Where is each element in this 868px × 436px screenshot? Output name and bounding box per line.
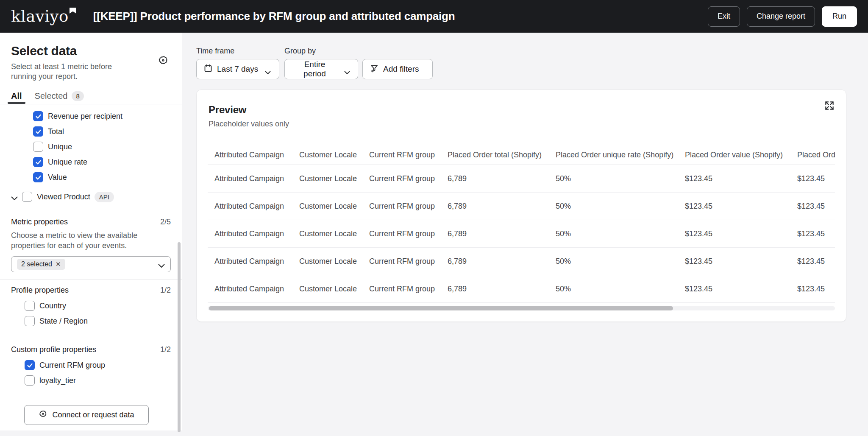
table-cell: Current RFM group xyxy=(362,202,441,211)
selected-chip-label: 2 selected xyxy=(21,260,52,268)
table-row: Attributed CampaignCustomer LocaleCurren… xyxy=(208,165,835,193)
table-cell: $123.45 xyxy=(790,229,835,238)
table-cell: 50% xyxy=(549,257,678,266)
expand-preview-button[interactable] xyxy=(823,100,836,113)
metric-option[interactable]: Value xyxy=(0,170,182,185)
run-button[interactable]: Run xyxy=(822,6,857,27)
metric-option[interactable]: Total xyxy=(0,124,182,139)
metric-option[interactable]: Revenue per recipient xyxy=(0,109,182,124)
column-header: Placed Order av xyxy=(790,151,835,159)
metric-option-label: Revenue per recipient xyxy=(48,112,122,121)
column-header: Attributed Campaign xyxy=(208,151,292,159)
profile-property-option[interactable]: Country xyxy=(0,298,182,313)
table-row: Attributed CampaignCustomer LocaleCurren… xyxy=(208,193,835,220)
profile-property-option[interactable]: State / Region xyxy=(0,313,182,329)
sidebar-tabs: All Selected 8 xyxy=(0,88,182,104)
topbar: klaviyo [[KEEP]] Product performance by … xyxy=(0,0,868,33)
checkbox[interactable] xyxy=(33,157,43,167)
metric-option-label: Viewed Product xyxy=(37,193,90,201)
metric-properties-select[interactable]: 2 selected ✕ xyxy=(11,256,171,272)
selected-count-badge: 8 xyxy=(72,91,83,101)
option-label: Current RFM group xyxy=(39,361,105,370)
api-badge: API xyxy=(95,192,114,202)
table-cell: 6,789 xyxy=(441,174,549,183)
chevron-down-icon[interactable] xyxy=(11,195,18,199)
section-title: Profile properties xyxy=(11,286,69,295)
checkbox[interactable] xyxy=(22,192,32,202)
preview-card: Preview Placeholder values only Attribut… xyxy=(196,89,846,322)
table-cell: 6,789 xyxy=(441,257,549,266)
group-by-control: Group by Entire period xyxy=(284,47,358,79)
filter-plus-icon xyxy=(370,64,378,75)
calendar-icon xyxy=(204,64,212,75)
checkbox[interactable] xyxy=(33,142,43,152)
table-cell: 50% xyxy=(549,202,678,211)
table-cell: Attributed Campaign xyxy=(208,202,292,211)
sidebar-heading: Select data xyxy=(11,44,171,58)
table-header-row: Attributed CampaignCustomer LocaleCurren… xyxy=(208,145,835,165)
checkbox[interactable] xyxy=(25,375,35,386)
table-cell: 6,789 xyxy=(441,229,549,238)
time-frame-label: Time frame xyxy=(196,47,279,56)
tab-all[interactable]: All xyxy=(11,88,22,104)
viewed-product-row[interactable]: Viewed Product API xyxy=(0,189,182,204)
sidebar-scrollbar[interactable] xyxy=(178,242,181,432)
table-cell: Customer Locale xyxy=(292,257,362,266)
klaviyo-wordmark: klaviyo xyxy=(11,8,69,24)
column-header: Placed Order total (Shopify) xyxy=(441,151,549,159)
table-body: Attributed CampaignCustomer LocaleCurren… xyxy=(208,165,835,303)
table-cell: Current RFM group xyxy=(362,285,441,293)
horizontal-scrollbar-track[interactable] xyxy=(208,306,835,310)
metric-option[interactable]: Unique rate xyxy=(0,154,182,170)
custom-profile-property-option[interactable]: loyalty_tier xyxy=(0,373,182,388)
table-cell: 50% xyxy=(549,174,678,183)
checkbox[interactable] xyxy=(25,316,35,326)
add-filters-button[interactable]: Add filters xyxy=(362,59,433,79)
section-title: Custom profile properties xyxy=(11,345,96,354)
expand-icon xyxy=(824,100,835,113)
tab-selected-label: Selected xyxy=(35,91,68,101)
tab-selected[interactable]: Selected 8 xyxy=(35,88,84,104)
selected-chip: 2 selected ✕ xyxy=(17,259,65,270)
connect-or-request-data-button[interactable]: Connect or request data xyxy=(24,405,149,425)
profile-properties-list: Country State / Region xyxy=(0,295,182,329)
sidebar-settings-button[interactable] xyxy=(157,56,169,67)
checkbox[interactable] xyxy=(25,301,35,311)
checkbox[interactable] xyxy=(33,172,43,182)
custom-profile-properties-header: Custom profile properties 1/2 xyxy=(0,339,182,354)
checkbox[interactable] xyxy=(33,111,43,121)
column-header: Current RFM group xyxy=(362,151,441,159)
table-row: Attributed CampaignCustomer LocaleCurren… xyxy=(208,248,835,275)
close-icon[interactable]: ✕ xyxy=(56,260,61,268)
sidebar-subheading: Select at least 1 metric before running … xyxy=(11,62,138,81)
table-cell: Attributed Campaign xyxy=(208,174,292,183)
horizontal-scrollbar-thumb[interactable] xyxy=(209,306,673,310)
exit-button[interactable]: Exit xyxy=(708,6,740,27)
table-cell: Current RFM group xyxy=(362,229,441,238)
table-row: Attributed CampaignCustomer LocaleCurren… xyxy=(208,220,835,248)
table-row: Attributed CampaignCustomer LocaleCurren… xyxy=(208,275,835,303)
section-title: Metric properties xyxy=(11,218,68,226)
table-cell: $123.45 xyxy=(678,174,790,183)
table-cell: $123.45 xyxy=(678,257,790,266)
checkbox[interactable] xyxy=(25,360,35,370)
table-cell: 50% xyxy=(549,285,678,293)
section-count: 1/2 xyxy=(160,345,171,354)
metric-properties-description: Choose a metric to view the available pr… xyxy=(11,230,171,251)
klaviyo-logo[interactable]: klaviyo xyxy=(11,8,76,24)
group-by-select[interactable]: Entire period xyxy=(284,59,358,79)
metric-option[interactable]: Unique xyxy=(0,139,182,154)
metric-option-label: Unique rate xyxy=(48,158,87,167)
table-cell: $123.45 xyxy=(790,257,835,266)
column-header: Placed Order unique rate (Shopify) xyxy=(549,151,678,159)
connect-button-label: Connect or request data xyxy=(52,411,134,419)
change-report-button[interactable]: Change report xyxy=(747,6,815,27)
spacer xyxy=(362,47,433,56)
time-frame-select[interactable]: Last 7 days xyxy=(196,59,279,79)
checkbox[interactable] xyxy=(33,126,43,137)
section-count: 1/2 xyxy=(160,286,171,295)
table-cell: Attributed Campaign xyxy=(208,285,292,293)
table-cell: Customer Locale xyxy=(292,202,362,211)
custom-profile-property-option[interactable]: Current RFM group xyxy=(0,358,182,373)
metric-option-label: Total xyxy=(48,127,64,136)
